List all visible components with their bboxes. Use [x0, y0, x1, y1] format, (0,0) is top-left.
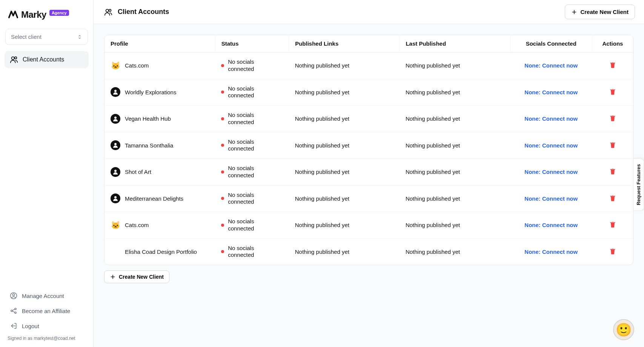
sidebar-item-label: Become an Affiliate: [22, 308, 70, 314]
trash-icon: [609, 141, 616, 149]
svg-point-8: [109, 9, 111, 11]
status-dot-icon: [221, 197, 224, 200]
signed-in-as-text: Signed in as markytest@coad.net: [5, 333, 89, 343]
table-row: Vegan Health HubNo socials connectedNoth…: [105, 106, 633, 132]
create-new-client-button-bottom[interactable]: Create New Client: [104, 270, 169, 283]
connect-socials-link[interactable]: None: Connect now: [524, 222, 578, 228]
trash-icon: [609, 114, 616, 122]
connect-socials-link[interactable]: None: Connect now: [524, 195, 578, 202]
profile-avatar: [111, 140, 120, 150]
user-icon: [112, 142, 119, 149]
profile-avatar: ✿: [111, 247, 120, 256]
profile-name[interactable]: Tamanna Sonthalia: [125, 142, 173, 149]
custom-avatar-icon: ✿: [112, 247, 119, 256]
client-select-dropdown[interactable]: Select client: [5, 29, 88, 45]
status-text: No socials connected: [228, 218, 273, 232]
delete-client-button[interactable]: [609, 141, 616, 149]
status-dot-icon: [221, 224, 224, 227]
request-features-tab[interactable]: Request Features: [633, 158, 644, 211]
profile-name[interactable]: Mediterranean Delights: [125, 195, 183, 202]
last-published-cell: Nothing published yet: [400, 185, 510, 212]
last-published-cell: Nothing published yet: [400, 212, 510, 239]
trash-icon: [609, 167, 616, 175]
status-text: No socials connected: [228, 85, 273, 100]
button-label: Create New Client: [119, 274, 164, 280]
status-dot-icon: [221, 170, 224, 174]
sidebar-item-become-affiliate[interactable]: Become an Affiliate: [5, 303, 89, 318]
connect-socials-link[interactable]: None: Connect now: [524, 142, 578, 149]
users-icon: [104, 8, 112, 16]
svg-point-11: [114, 143, 117, 145]
col-header-profile: Profile: [105, 35, 215, 52]
profile-name[interactable]: Elisha Coad Design Portfolio: [125, 249, 197, 255]
profile-name[interactable]: Cats.com: [125, 222, 149, 228]
main: Client Accounts Create New Client Profil…: [94, 0, 644, 347]
published-links-cell: Nothing published yet: [289, 132, 400, 159]
delete-client-button[interactable]: [609, 247, 616, 255]
support-chat-avatar[interactable]: 🙂: [613, 319, 634, 340]
table-row: 🐱Cats.comNo socials connectedNothing pub…: [105, 212, 633, 239]
table-header-row: Profile Status Published Links Last Publ…: [105, 35, 633, 52]
svg-point-1: [15, 57, 17, 59]
connect-socials-link[interactable]: None: Connect now: [524, 169, 578, 175]
profile-avatar: 🐱: [111, 61, 120, 71]
sidebar-item-manage-account[interactable]: Manage Account: [5, 288, 89, 303]
page-title: Client Accounts: [118, 8, 169, 16]
sidebar-item-logout[interactable]: Logout: [5, 318, 89, 333]
status-text: No socials connected: [228, 165, 273, 179]
create-new-client-button[interactable]: Create New Client: [565, 5, 635, 19]
user-circle-icon: [10, 292, 17, 299]
plus-icon: [110, 274, 116, 280]
svg-point-3: [12, 294, 14, 296]
connect-socials-link[interactable]: None: Connect now: [524, 115, 578, 122]
brand-name: Marky: [21, 9, 46, 20]
connect-socials-link[interactable]: None: Connect now: [524, 89, 578, 95]
button-label: Create New Client: [580, 9, 629, 15]
brand: Marky Agency: [2, 7, 91, 27]
last-published-cell: Nothing published yet: [400, 159, 510, 186]
published-links-cell: Nothing published yet: [289, 159, 400, 186]
table-row: Worldly ExplorationsNo socials connected…: [105, 79, 633, 106]
col-header-socials-connected: Socials Connected: [510, 35, 592, 52]
avatar-face-icon: 🙂: [616, 322, 632, 337]
delete-client-button[interactable]: [609, 167, 616, 175]
sidebar-item-client-accounts[interactable]: Client Accounts: [5, 51, 89, 68]
profile-name[interactable]: Vegan Health Hub: [125, 115, 171, 122]
sidebar-item-label: Client Accounts: [23, 56, 64, 63]
profile-avatar: 🐱: [111, 220, 120, 230]
delete-client-button[interactable]: [609, 221, 616, 228]
table-row: Tamanna SonthaliaNo socials connectedNot…: [105, 132, 633, 159]
delete-client-button[interactable]: [609, 88, 616, 95]
delete-client-button[interactable]: [609, 194, 616, 202]
cat-icon: 🐱: [111, 61, 120, 70]
users-icon: [10, 55, 18, 64]
status-dot-icon: [221, 250, 224, 253]
col-header-published-links: Published Links: [289, 35, 400, 52]
status-dot-icon: [221, 64, 224, 67]
trash-icon: [609, 61, 616, 69]
connect-socials-link[interactable]: None: Connect now: [524, 249, 578, 255]
profile-name[interactable]: Worldly Explorations: [125, 89, 176, 95]
delete-client-button[interactable]: [609, 114, 616, 122]
col-header-last-published: Last Published: [400, 35, 510, 52]
last-published-cell: Nothing published yet: [400, 132, 510, 159]
last-published-cell: Nothing published yet: [400, 238, 510, 265]
last-published-cell: Nothing published yet: [400, 106, 510, 132]
profile-name[interactable]: Shot of Art: [125, 169, 151, 175]
table-row: ✿Elisha Coad Design PortfolioNo socials …: [105, 238, 633, 265]
client-select-placeholder: Select client: [11, 34, 41, 40]
profile-name[interactable]: Cats.com: [125, 62, 149, 69]
table-row: 🐱Cats.comNo socials connectedNothing pub…: [105, 52, 633, 79]
user-icon: [112, 115, 119, 122]
status-text: No socials connected: [228, 138, 273, 153]
published-links-cell: Nothing published yet: [289, 238, 400, 265]
connect-socials-link[interactable]: None: Connect now: [524, 62, 578, 69]
brand-badge: Agency: [49, 10, 69, 16]
sidebar-footer: Manage Account Become an Affiliate Logou…: [2, 287, 91, 345]
profile-avatar: [111, 114, 120, 124]
trash-icon: [609, 88, 616, 95]
profile-avatar: [111, 193, 120, 203]
svg-point-12: [114, 170, 117, 172]
svg-point-13: [114, 196, 117, 198]
delete-client-button[interactable]: [609, 61, 616, 69]
